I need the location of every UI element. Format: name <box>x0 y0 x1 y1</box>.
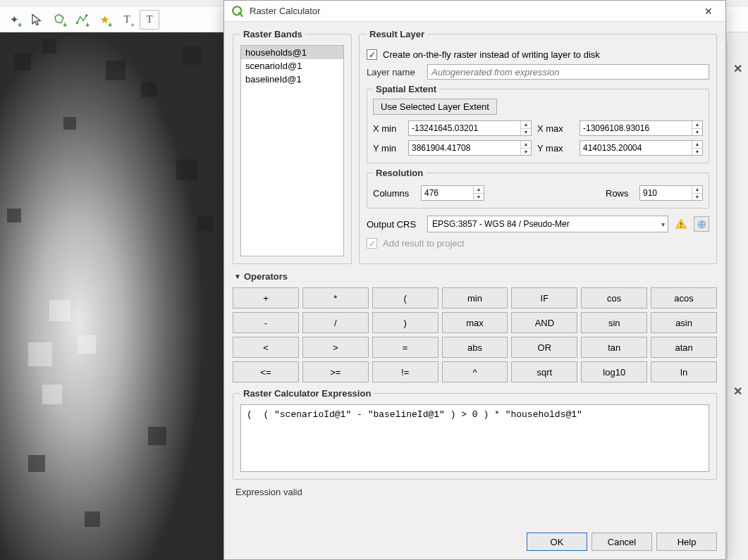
create-on-fly-label: Create on-the-fly raster instead of writ… <box>383 49 600 60</box>
operator-button[interactable]: log10 <box>581 361 647 382</box>
operator-button[interactable]: ) <box>372 312 439 333</box>
svg-point-0 <box>76 22 78 24</box>
warning-icon <box>674 217 688 231</box>
svg-rect-19 <box>42 385 62 404</box>
spin-down-icon[interactable]: ▼ <box>521 149 531 156</box>
svg-rect-13 <box>28 455 45 472</box>
toolbar-cursor-icon[interactable] <box>27 10 47 30</box>
spin-up-icon[interactable]: ▲ <box>521 121 531 129</box>
operator-button[interactable]: sin <box>581 312 647 333</box>
ok-button[interactable]: OK <box>527 533 587 551</box>
svg-rect-4 <box>14 54 31 70</box>
operator-button[interactable]: abs <box>442 337 508 358</box>
operator-button[interactable]: / <box>302 312 369 333</box>
qgis-logo-icon <box>231 5 244 18</box>
expression-legend: Raster Calculator Expression <box>240 388 374 399</box>
layer-name-label: Layer name <box>367 67 422 77</box>
svg-rect-8 <box>183 46 202 65</box>
spin-down-icon[interactable]: ▼ <box>692 149 702 156</box>
xmax-input[interactable]: ▲▼ <box>580 120 703 136</box>
operator-button[interactable]: tan <box>581 337 647 358</box>
create-on-fly-checkbox[interactable]: ✓ <box>367 49 377 60</box>
expression-status: Expression valid <box>233 483 717 499</box>
toolbar-polygon-plus-icon[interactable]: + <box>49 10 69 30</box>
spin-up-icon[interactable]: ▲ <box>474 186 484 194</box>
operator-button[interactable]: != <box>372 361 439 382</box>
operator-button[interactable]: sqrt <box>511 361 577 382</box>
operator-button[interactable]: max <box>442 312 508 333</box>
toolbar-line-plus-icon[interactable]: + <box>72 10 92 30</box>
operator-button[interactable]: atan <box>651 337 717 358</box>
operators-grid: +*(minIFcosacos-/)maxANDsinasin<>=absORt… <box>233 287 717 382</box>
operator-button[interactable]: OR <box>511 337 577 358</box>
spin-up-icon[interactable]: ▲ <box>692 186 702 194</box>
spin-down-icon[interactable]: ▼ <box>692 194 702 201</box>
panel-close-2-icon[interactable]: ✕ <box>730 383 745 399</box>
svg-rect-6 <box>106 61 125 80</box>
toolbar-text-plus-icon[interactable]: T+ <box>117 10 137 30</box>
operator-button[interactable]: - <box>233 312 299 333</box>
toolbar-text-frame-icon[interactable]: T <box>140 10 159 30</box>
svg-rect-3 <box>0 32 226 560</box>
expression-input[interactable]: ( ( "scenarioId@1" - "baselineId@1" ) > … <box>240 404 709 472</box>
raster-band-item[interactable]: scenarioId@1 <box>241 59 343 73</box>
operator-button[interactable]: IF <box>511 287 577 309</box>
operator-button[interactable]: <= <box>233 361 299 382</box>
layer-name-input[interactable] <box>427 64 709 80</box>
add-result-label: Add result to project <box>383 238 465 249</box>
chevron-down-icon: ▾ <box>661 220 665 228</box>
map-canvas[interactable] <box>0 32 226 560</box>
operator-button[interactable]: acos <box>651 287 717 309</box>
operator-button[interactable]: ( <box>372 287 439 309</box>
operator-button[interactable]: asin <box>651 312 717 333</box>
xmax-label: X max <box>537 123 574 134</box>
svg-rect-15 <box>85 511 100 527</box>
operator-button[interactable]: > <box>302 337 369 358</box>
svg-point-1 <box>85 14 87 16</box>
spin-up-icon[interactable]: ▲ <box>692 121 702 129</box>
operator-button[interactable]: min <box>442 287 508 309</box>
raster-calculator-dialog: Raster Calculator ✕ Raster Bands househo… <box>223 0 726 560</box>
spin-up-icon[interactable]: ▲ <box>692 141 702 149</box>
ymax-input[interactable]: ▲▼ <box>580 140 703 156</box>
select-crs-button[interactable] <box>694 216 709 232</box>
toolbar-star-icon[interactable]: ★+ <box>94 10 114 30</box>
toolbar-sparkle-icon[interactable]: ✦+ <box>4 10 24 30</box>
operator-button[interactable]: cos <box>581 287 647 309</box>
ymin-input[interactable]: ▲▼ <box>408 140 532 156</box>
spin-up-icon[interactable]: ▲ <box>521 141 531 149</box>
raster-bands-group: Raster Bands households@1scenarioId@1bas… <box>233 29 352 264</box>
operator-button[interactable]: = <box>372 337 439 358</box>
rows-label: Rows <box>606 188 634 199</box>
operator-button[interactable]: AND <box>511 312 577 333</box>
use-selected-extent-button[interactable]: Use Selected Layer Extent <box>373 99 497 115</box>
operator-button[interactable]: >= <box>302 361 369 382</box>
svg-rect-22 <box>680 226 682 228</box>
spin-down-icon[interactable]: ▼ <box>692 129 702 136</box>
columns-input[interactable]: ▲▼ <box>421 185 484 201</box>
raster-band-item[interactable]: households@1 <box>241 46 343 59</box>
help-button[interactable]: Help <box>656 533 717 551</box>
operator-button[interactable]: ln <box>651 361 717 382</box>
columns-label: Columns <box>373 188 415 199</box>
close-icon[interactable]: ✕ <box>699 4 718 19</box>
operator-button[interactable]: ^ <box>442 361 508 382</box>
cancel-button[interactable]: Cancel <box>591 533 652 551</box>
output-crs-label: Output CRS <box>367 219 422 230</box>
rows-input[interactable]: ▲▼ <box>639 185 703 201</box>
svg-rect-16 <box>49 300 70 321</box>
raster-bands-list[interactable]: households@1scenarioId@1baselineId@1 <box>240 45 344 256</box>
panel-close-1-icon[interactable]: ✕ <box>730 61 745 76</box>
svg-rect-11 <box>197 216 213 231</box>
raster-band-item[interactable]: baselineId@1 <box>241 73 343 86</box>
right-dock-strip: ✕ ✕ <box>727 42 748 560</box>
operators-toggle[interactable]: ▼ Operators <box>233 267 717 283</box>
operator-button[interactable]: + <box>233 287 299 309</box>
output-crs-select[interactable]: EPSG:3857 - WGS 84 / Pseudo-Mer ▾ <box>427 216 668 232</box>
operator-button[interactable]: < <box>233 337 299 358</box>
svg-rect-10 <box>176 159 197 180</box>
xmin-input[interactable]: ▲▼ <box>408 120 532 136</box>
operator-button[interactable]: * <box>302 287 369 309</box>
spin-down-icon[interactable]: ▼ <box>521 129 531 136</box>
spin-down-icon[interactable]: ▼ <box>474 194 484 201</box>
